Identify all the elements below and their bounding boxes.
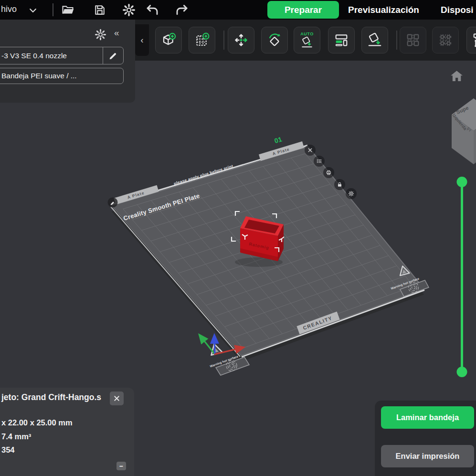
layer-slider[interactable] bbox=[457, 177, 467, 377]
folder-icon bbox=[60, 3, 75, 17]
gear-icon bbox=[348, 190, 354, 197]
add-plate-button[interactable] bbox=[189, 27, 215, 53]
plate-settings-button[interactable] bbox=[314, 156, 325, 167]
support-tool-button[interactable] bbox=[466, 27, 476, 53]
home-view-button[interactable] bbox=[451, 71, 463, 81]
tab-dispositivo[interactable]: Disposi bbox=[437, 1, 476, 19]
plate-gear-button[interactable] bbox=[346, 188, 357, 199]
cube-add-icon bbox=[161, 32, 176, 48]
object-info-minimize-button[interactable]: – bbox=[116, 462, 126, 470]
panel-collapse-button[interactable]: « bbox=[114, 28, 119, 38]
pencil-icon bbox=[108, 51, 118, 61]
arrange-icon bbox=[334, 32, 349, 48]
auto-label: AUTO bbox=[300, 32, 313, 36]
redo-icon bbox=[174, 3, 190, 17]
save-button[interactable] bbox=[93, 3, 107, 18]
file-menu[interactable]: hivo bbox=[1, 4, 17, 14]
gear-icon bbox=[121, 3, 137, 17]
move-icon bbox=[233, 32, 249, 48]
toolbar-divider bbox=[223, 31, 224, 50]
plate-type-value: Bandeja PEI suave / ... bbox=[0, 72, 123, 80]
send-print-button[interactable]: Enviar impresión bbox=[381, 445, 474, 467]
undo-button[interactable] bbox=[144, 3, 160, 19]
floppy-icon bbox=[93, 3, 107, 17]
creality-print-window: A Plate 01 A Plate please apply glue bef… bbox=[0, 0, 476, 476]
object-info-panel: jeto: Grand Crift-Hango.s x 22.00 x 25.0… bbox=[0, 388, 134, 476]
undo-icon bbox=[144, 3, 160, 17]
clone-icon bbox=[405, 32, 421, 48]
plate-lock-button[interactable] bbox=[334, 179, 345, 190]
open-file-button[interactable] bbox=[60, 3, 75, 18]
rotate-icon bbox=[267, 32, 282, 48]
object-info-close-button[interactable] bbox=[110, 391, 124, 405]
printer-panel: « -3 V3 SE 0.4 nozzle Bandeja PEI suave … bbox=[0, 20, 135, 103]
printer-edit-button[interactable] bbox=[103, 47, 123, 64]
object-triangles: 354 bbox=[1, 445, 15, 455]
close-icon bbox=[113, 394, 121, 402]
toolbar-collapse-button[interactable]: ‹ bbox=[135, 24, 149, 56]
close-icon bbox=[307, 147, 313, 153]
printer-icon bbox=[326, 169, 332, 176]
header-divider bbox=[53, 3, 53, 16]
plate-delete-button[interactable] bbox=[305, 145, 316, 156]
object-title: jeto: Grand Crift-Hango.s bbox=[1, 392, 101, 402]
toolbar: ‹ AUTO bbox=[135, 20, 476, 61]
settings-button[interactable] bbox=[121, 3, 137, 19]
multi-gear-icon bbox=[438, 32, 453, 48]
clone-button[interactable] bbox=[400, 27, 426, 53]
header-bar: hivo Preparar Previsualización Disposi bbox=[0, 0, 476, 20]
move-tool-button[interactable] bbox=[228, 27, 254, 53]
auto-orient-button[interactable]: AUTO bbox=[294, 27, 320, 53]
object-size: x 22.00 x 25.00 mm bbox=[1, 418, 73, 427]
gear-icon bbox=[94, 28, 107, 41]
redo-button[interactable] bbox=[174, 3, 190, 19]
plate-number: 01 bbox=[274, 135, 283, 145]
list-icon bbox=[316, 158, 322, 164]
auto-orient-icon bbox=[300, 36, 314, 49]
add-model-button[interactable] bbox=[155, 27, 182, 53]
plate-type-select[interactable]: Bandeja PEI suave / ... bbox=[0, 68, 124, 84]
lock-icon bbox=[337, 181, 343, 188]
file-menu-dropdown[interactable] bbox=[27, 6, 39, 17]
layer-slider-handle-bottom[interactable] bbox=[457, 367, 467, 377]
tab-previsualizacion[interactable]: Previsualización bbox=[340, 1, 427, 19]
action-panel: Laminar bandeja Enviar impresión bbox=[375, 401, 476, 476]
nav-cube[interactable]: Supe Izquierda Fr bbox=[451, 98, 476, 164]
lay-flat-icon bbox=[367, 32, 382, 48]
rotate-tool-button[interactable] bbox=[261, 27, 288, 53]
chevron-down-icon bbox=[27, 6, 39, 15]
batch-settings-button[interactable] bbox=[432, 27, 459, 53]
toolbar-divider bbox=[396, 31, 397, 50]
slice-plate-button[interactable]: Laminar bandeja bbox=[381, 406, 474, 429]
object-volume: 7.4 mm³ bbox=[1, 432, 31, 441]
auto-arrange-button[interactable] bbox=[328, 27, 355, 53]
printer-settings-button[interactable] bbox=[94, 28, 107, 42]
layer-slider-handle-top[interactable] bbox=[457, 177, 467, 187]
support-icon bbox=[472, 32, 476, 48]
lay-flat-button[interactable] bbox=[361, 27, 388, 53]
plate-add-icon bbox=[194, 32, 210, 48]
tab-preparar[interactable]: Preparar bbox=[267, 1, 339, 19]
printer-select[interactable]: -3 V3 SE 0.4 nozzle bbox=[0, 47, 124, 64]
plate-send-to-printer-button[interactable] bbox=[323, 167, 334, 178]
